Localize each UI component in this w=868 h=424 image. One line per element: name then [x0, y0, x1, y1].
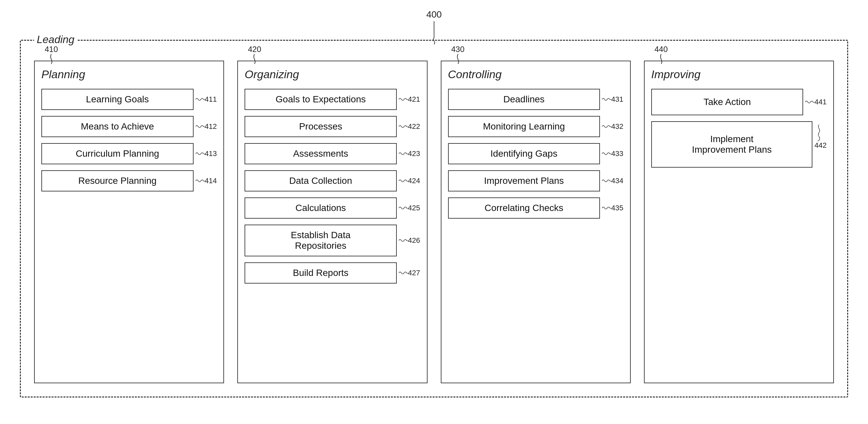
learning-goals-ref: 411 [195, 95, 217, 104]
build-reports-box: Build Reports [245, 262, 397, 284]
implement-improvement-plans-box: Implement Improvement Plans [651, 121, 813, 168]
organizing-title: Organizing [245, 68, 420, 81]
organizing-box: 420 Organizing Goals to Expectations 421… [237, 61, 427, 383]
organizing-item-5: Calculations 425 [245, 197, 420, 219]
controlling-item-4: Improvement Plans 434 [448, 170, 623, 192]
goals-to-expectations-ref: 421 [399, 95, 420, 104]
correlating-checks-ref: 435 [602, 204, 623, 212]
improving-ref-container: 440 [655, 45, 668, 64]
calculations-ref: 425 [399, 204, 420, 212]
goals-to-expectations-box: Goals to Expectations [245, 89, 397, 110]
boxes-row: 410 Planning Learning Goals 411 Means to… [34, 61, 834, 383]
monitoring-learning-ref: 432 [602, 122, 623, 131]
organizing-item-4: Data Collection 424 [245, 170, 420, 192]
planning-item-2: Means to Achieve 412 [41, 116, 217, 137]
organizing-ref-container: 420 [248, 45, 261, 64]
data-collection-box: Data Collection [245, 170, 397, 192]
establish-data-repositories-ref: 426 [399, 236, 420, 245]
improving-item-2: Implement Improvement Plans 442 [651, 121, 827, 168]
improvement-plans-ref: 434 [602, 176, 623, 185]
curriculum-planning-box: Curriculum Planning [41, 143, 194, 164]
planning-item-4: Resource Planning 414 [41, 170, 217, 192]
calculations-box: Calculations [245, 197, 397, 219]
improvement-plans-box: Improvement Plans [448, 170, 600, 192]
controlling-ref: 430 [452, 45, 465, 54]
implement-improvement-plans-ref: 442 [814, 124, 827, 150]
controlling-item-3: Identifying Gaps 433 [448, 143, 623, 164]
planning-item-1: Learning Goals 411 [41, 89, 217, 110]
processes-box: Processes [245, 116, 397, 137]
leading-container: Leading 410 Planning Learning Goals 411 [20, 40, 848, 397]
planning-title: Planning [41, 68, 217, 81]
controlling-item-2: Monitoring Learning 432 [448, 116, 623, 137]
assessments-ref: 423 [399, 149, 420, 158]
improving-item-1: Take Action 441 [651, 89, 827, 115]
organizing-item-2: Processes 422 [245, 116, 420, 137]
take-action-ref: 441 [805, 98, 827, 106]
curriculum-planning-ref: 413 [195, 149, 217, 158]
controlling-item-5: Correlating Checks 435 [448, 197, 623, 219]
learning-goals-box: Learning Goals [41, 89, 194, 110]
means-to-achieve-box: Means to Achieve [41, 116, 194, 137]
deadlines-box: Deadlines [448, 89, 600, 110]
monitoring-learning-box: Monitoring Learning [448, 116, 600, 137]
deadlines-ref: 431 [602, 95, 623, 104]
resource-planning-box: Resource Planning [41, 170, 194, 192]
organizing-ref: 420 [248, 45, 261, 54]
planning-box: 410 Planning Learning Goals 411 Means to… [34, 61, 224, 383]
ref-400-label: 400 [426, 9, 442, 20]
organizing-item-1: Goals to Expectations 421 [245, 89, 420, 110]
controlling-item-1: Deadlines 431 [448, 89, 623, 110]
resource-planning-ref: 414 [195, 176, 217, 185]
identifying-gaps-ref: 433 [602, 149, 623, 158]
planning-ref-container: 410 [45, 45, 58, 64]
leading-label: Leading [34, 33, 77, 46]
controlling-ref-container: 430 [452, 45, 465, 64]
controlling-box: 430 Controlling Deadlines 431 Monitoring… [441, 61, 631, 383]
improving-title: Improving [651, 68, 827, 81]
planning-item-3: Curriculum Planning 413 [41, 143, 217, 164]
organizing-item-6: Establish Data Repositories 426 [245, 225, 420, 256]
page: 400 Leading 410 Planning Learning Goals [0, 0, 868, 424]
processes-ref: 422 [399, 122, 420, 131]
identifying-gaps-box: Identifying Gaps [448, 143, 600, 164]
build-reports-ref: 427 [399, 268, 420, 277]
planning-ref: 410 [45, 45, 58, 54]
means-to-achieve-ref: 412 [195, 122, 217, 131]
controlling-title: Controlling [448, 68, 623, 81]
ref-400-container: 400 [426, 9, 442, 45]
improving-ref: 440 [655, 45, 668, 54]
organizing-item-3: Assessments 423 [245, 143, 420, 164]
data-collection-ref: 424 [399, 176, 420, 185]
assessments-box: Assessments [245, 143, 397, 164]
improving-box: 440 Improving Take Action 441 Implement … [644, 61, 834, 383]
organizing-item-7: Build Reports 427 [245, 262, 420, 284]
correlating-checks-box: Correlating Checks [448, 197, 600, 219]
take-action-box: Take Action [651, 89, 803, 115]
establish-data-repositories-box: Establish Data Repositories [245, 225, 397, 256]
